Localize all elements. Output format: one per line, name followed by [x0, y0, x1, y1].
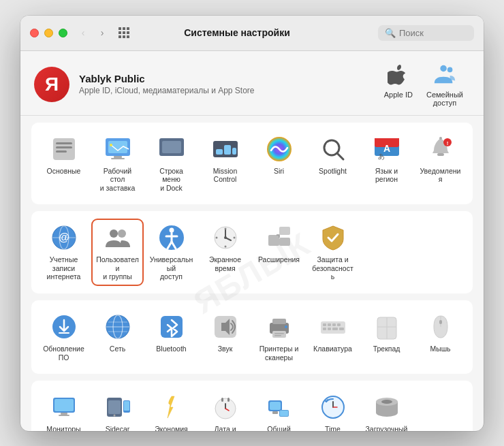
apple-id-item[interactable]: Apple ID [384, 62, 413, 107]
item-energy[interactable]: Экономияэнергии [146, 389, 197, 430]
item-startup[interactable]: Загрузочныйдиск [361, 389, 412, 430]
maximize-button[interactable] [59, 29, 67, 37]
svg-rect-103 [124, 401, 129, 411]
minimize-button[interactable] [44, 29, 53, 37]
svg-point-48 [110, 229, 118, 238]
item-accounts[interactable]: @ Учетные записиинтернета [38, 219, 89, 285]
svg-rect-12 [56, 142, 72, 144]
desktop-label: Рабочий столи заставка [96, 167, 140, 193]
security-label: Защита ибезопасность [311, 255, 355, 281]
datetime-label: Дата ивремя [214, 425, 236, 430]
accounts-icon: @ [50, 223, 78, 252]
item-screentime[interactable]: Экранноевремя [200, 219, 251, 285]
search-icon: 🔍 [385, 28, 396, 38]
software-label: ОбновлениеПО [43, 345, 84, 362]
item-osnov[interactable]: Основные [38, 131, 89, 197]
spotlight-icon [319, 135, 347, 163]
sharing-label: Общийдоступ [267, 425, 291, 430]
titlebar: ‹ › Системные настройки 🔍 [20, 16, 484, 51]
item-security[interactable]: Защита ибезопасность [307, 219, 358, 285]
search-input[interactable] [399, 28, 467, 38]
item-sound[interactable]: Звук [200, 308, 251, 366]
svg-rect-28 [224, 145, 231, 155]
item-software[interactable]: ОбновлениеПО [38, 308, 89, 366]
item-dock[interactable]: Строка менюи Dock [146, 131, 197, 197]
item-trackpad[interactable]: Трекпад [361, 308, 412, 366]
apple-id-label: Apple ID [384, 91, 413, 99]
item-timemachine[interactable]: TimeMachine [307, 389, 358, 430]
mouse-label: Мышь [430, 345, 450, 353]
screentime-label: Экранноевремя [209, 255, 241, 272]
item-spotlight[interactable]: Spotlight [307, 131, 358, 197]
profile-sub: Apple ID, iCloud, медиаматериалы и App S… [79, 86, 375, 95]
item-network[interactable]: Сеть [92, 308, 143, 366]
users-label: Пользователии группы [96, 255, 140, 281]
notifications-icon: ! [426, 135, 455, 163]
item-empty2 [415, 219, 466, 285]
svg-rect-87 [328, 328, 331, 330]
svg-rect-64 [279, 238, 290, 246]
close-button[interactable] [30, 29, 39, 37]
svg-point-40 [439, 137, 442, 140]
item-desktop[interactable]: Рабочий столи заставка [92, 131, 143, 197]
svg-rect-110 [280, 411, 288, 416]
svg-rect-11 [53, 138, 75, 160]
svg-rect-18 [114, 156, 122, 158]
search-bar[interactable]: 🔍 [378, 25, 474, 41]
item-language[interactable]: A あ Язык ирегион [361, 131, 412, 197]
network-icon [104, 313, 132, 341]
accessibility-label: Универсальныйдоступ [150, 255, 193, 281]
item-bluetooth[interactable]: Bluetooth [146, 308, 197, 366]
osnov-icon [50, 135, 78, 163]
users-icon [104, 223, 132, 252]
osnov-label: Основные [47, 167, 81, 176]
traffic-lights [30, 29, 67, 37]
svg-point-61 [233, 237, 235, 239]
item-accessibility[interactable]: Универсальныйдоступ [146, 219, 197, 285]
printers-icon [265, 313, 294, 341]
grid-section-3: ОбновлениеПО Сеть [38, 308, 466, 366]
item-mouse[interactable]: Мышь [415, 308, 466, 366]
item-mission[interactable]: MissionControl [200, 131, 251, 197]
grid-section-1: Основные Рабочий столи за [38, 131, 466, 197]
item-sidecar[interactable]: Sidecar [92, 389, 143, 430]
item-monitors[interactable]: Мониторы [38, 389, 89, 430]
monitors-icon [50, 393, 78, 421]
svg-rect-94 [439, 320, 442, 324]
energy-icon [157, 393, 186, 421]
section-1: Основные Рабочий столи за [31, 123, 473, 205]
svg-text:あ: あ [378, 153, 385, 160]
svg-point-116 [381, 400, 392, 404]
mission-label: MissionControl [213, 167, 238, 184]
startup-label: Загрузочныйдиск [366, 425, 408, 430]
svg-rect-100 [108, 400, 121, 414]
item-empty3 [415, 389, 466, 430]
item-extensions[interactable]: Расширения [253, 219, 304, 285]
mission-icon [211, 135, 240, 163]
svg-point-58 [224, 228, 226, 230]
siri-label: Siri [274, 167, 284, 176]
item-users[interactable]: Пользователии группы [92, 219, 143, 285]
item-printers[interactable]: Принтеры исканеры [253, 308, 304, 366]
svg-rect-63 [279, 227, 290, 235]
family-access-label: Семейныйдоступ [426, 91, 463, 107]
trackpad-label: Трекпад [373, 345, 400, 353]
window-title: Системные настройки [96, 27, 378, 38]
monitors-label: Мониторы [46, 425, 80, 430]
energy-label: Экономияэнергии [155, 425, 188, 430]
bluetooth-label: Bluetooth [156, 345, 186, 353]
security-icon [319, 223, 347, 252]
family-access-item[interactable]: Семейныйдоступ [426, 62, 463, 107]
item-siri[interactable]: Siri [253, 131, 304, 197]
item-keyboard[interactable]: Клавиатура [307, 308, 358, 366]
back-button[interactable]: ‹ [76, 25, 91, 40]
extensions-icon [265, 223, 294, 252]
svg-point-57 [224, 236, 227, 239]
item-datetime[interactable]: Дата ивремя [200, 389, 251, 430]
svg-rect-27 [216, 149, 223, 155]
profile-name: Yablyk Public [79, 73, 375, 84]
sidecar-icon [104, 393, 132, 421]
svg-rect-14 [56, 150, 67, 153]
item-notifications[interactable]: ! Уведомления [415, 131, 466, 197]
item-sharing[interactable]: Общийдоступ [253, 389, 304, 430]
